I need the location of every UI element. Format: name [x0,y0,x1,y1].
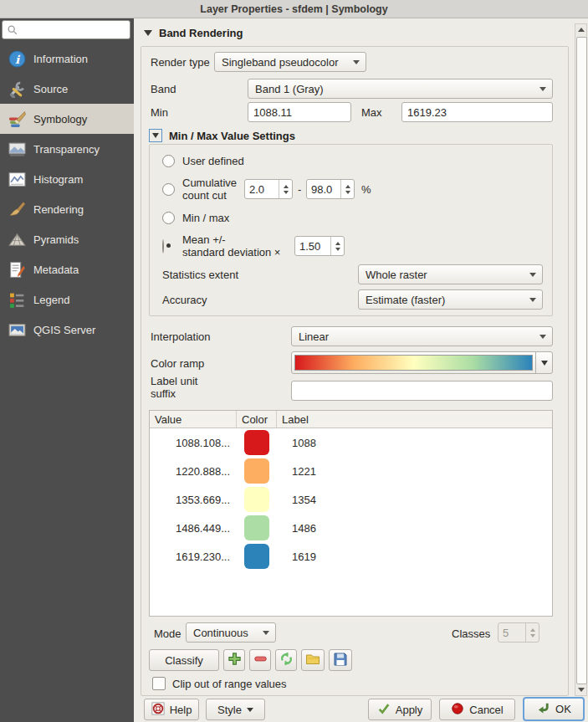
class-label: 1354 [277,494,316,506]
sidebar-item-label: Rendering [33,203,84,216]
cancel-button[interactable]: Cancel [439,699,515,720]
histogram-icon [8,170,26,188]
load-color-map-button[interactable] [301,649,325,671]
cumulative-low-value: 2.0 [245,180,279,198]
sidebar-item-histogram[interactable]: Histogram [0,164,134,194]
chevron-down-icon [539,87,546,91]
mean-stddev-radio[interactable] [162,239,164,253]
label-unit-suffix-input[interactable] [291,381,553,401]
cumulative-high-spinbox[interactable]: 98.0 [306,179,355,199]
sidebar-item-qgis-server[interactable]: QGIS Server [0,315,134,345]
sidebar-item-source[interactable]: Source [0,74,134,104]
pyramids-icon [8,230,26,248]
collapse-arrow-focus [149,129,162,142]
color-swatch[interactable] [244,458,269,484]
cumulative-low-spinbox[interactable]: 2.0 [244,179,293,199]
table-row[interactable]: 1353.669... 1354 [150,485,552,514]
color-swatch[interactable] [244,544,269,569]
chevron-down-icon [541,361,548,366]
mode-label: Mode [154,627,182,640]
color-swatch[interactable] [244,430,269,455]
mode-value: Continuous [193,627,248,639]
sidebar-item-symbology[interactable]: Symbology [0,104,134,134]
color-swatch[interactable] [244,487,269,512]
sidebar-search[interactable] [2,20,130,39]
sidebar-item-metadata[interactable]: Metadata [0,254,134,284]
rendering-brush-icon [8,200,26,218]
classes-spinbox: 5 [498,622,539,643]
sidebar-item-label: Transparency [33,143,100,156]
sidebar-item-legend[interactable]: Legend [0,284,134,315]
column-header-value[interactable]: Value [150,411,237,428]
color-ramp-button[interactable] [291,351,553,374]
class-label: 1088 [277,437,316,449]
band-rendering-header[interactable]: Band Rendering [144,27,243,39]
scrollbar-thumb[interactable] [576,37,587,684]
column-header-label[interactable]: Label [277,411,552,428]
scroll-down-button[interactable] [575,684,586,695]
ok-button[interactable]: OK [523,697,585,721]
label-unit-suffix-label: Label unit suffix [151,375,197,400]
chevron-down-icon [539,335,546,339]
help-button[interactable]: Help [144,699,199,720]
plus-icon [228,652,242,668]
collapse-arrow-icon [152,133,159,138]
classify-button[interactable]: Classify [149,649,219,671]
accuracy-combobox[interactable]: Estimate (faster) [358,289,543,310]
max-label: Max [361,106,382,119]
color-swatch[interactable] [244,515,269,540]
mean-stddev-label: Mean +/- standard deviation × [182,233,280,259]
interpolation-label: Interpolation [151,330,211,343]
table-row[interactable]: 1619.230... 1619 [150,542,552,571]
symbology-brush-icon [8,110,26,128]
sidebar-search-input[interactable] [19,23,126,37]
max-input[interactable]: 1619.23 [401,102,553,122]
add-class-button[interactable] [223,649,245,671]
spinner-arrows-icon[interactable] [340,180,354,198]
user-defined-label: User defined [182,155,244,167]
table-row[interactable]: 1220.888... 1221 [150,457,552,485]
cumulative-high-value: 98.0 [307,180,340,198]
apply-label: Apply [396,704,423,716]
clip-out-of-range-checkbox[interactable] [152,677,166,690]
class-value: 1619.230... [150,550,237,563]
style-menu-button[interactable]: Style [206,699,265,720]
min-input[interactable]: 1088.11 [248,102,351,122]
sidebar-item-pyramids[interactable]: Pyramids [0,224,134,254]
band-combobox[interactable]: Band 1 (Gray) [248,79,553,99]
mode-combobox[interactable]: Continuous [186,622,276,643]
minmax-settings-header[interactable]: Min / Max Value Settings [149,129,295,142]
cumulative-dash: - [298,183,301,196]
sidebar-item-label: QGIS Server [33,324,95,336]
statistics-extent-combobox[interactable]: Whole raster [358,264,543,284]
remove-class-button[interactable] [249,649,271,671]
cumulative-count-cut-label: Cumulative count cut [182,177,237,202]
spinner-arrows-icon[interactable] [279,180,292,198]
min-max-radio[interactable] [162,212,175,224]
sidebar-item-information[interactable]: i Information [0,44,134,74]
swap-refresh-button[interactable] [275,649,297,671]
render-type-combobox[interactable]: Singleband pseudocolor [214,52,366,72]
vertical-scrollbar[interactable] [575,23,587,696]
column-header-color[interactable]: Color [237,411,277,428]
cumulative-count-cut-radio[interactable] [162,183,175,196]
interpolation-combobox[interactable]: Linear [291,326,553,346]
table-header-row: Value Color Label [150,411,552,428]
color-ramp-gradient [294,355,533,371]
apply-button[interactable]: Apply [368,699,432,720]
save-floppy-icon [333,652,348,669]
stddev-spinbox[interactable]: 1.50 [294,236,345,256]
color-ramp-dropdown[interactable] [535,352,552,373]
spinner-arrows-icon[interactable] [330,237,344,255]
scroll-up-button[interactable] [575,24,586,35]
user-defined-radio[interactable] [162,155,175,167]
sidebar-item-transparency[interactable]: Transparency [0,134,134,164]
accuracy-label: Accuracy [162,294,207,306]
save-color-map-button[interactable] [329,649,352,671]
band-value: Band 1 (Gray) [255,83,324,95]
table-row[interactable]: 1486.449... 1486 [150,514,552,542]
sidebar-item-rendering[interactable]: Rendering [0,194,134,224]
table-row[interactable]: 1088.108... 1088 [150,428,552,457]
class-value: 1220.888... [150,465,237,478]
sidebar-item-label: Histogram [33,173,83,186]
